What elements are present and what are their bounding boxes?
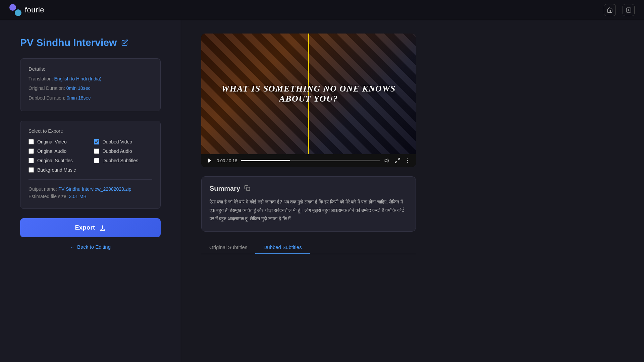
play-button[interactable] [207,158,213,164]
tab-dubbed-subtitles[interactable]: Dubbed Subtitles [255,241,310,254]
logo-circle-purple [9,4,16,11]
dubbed-duration-value: 0min 18sec [67,95,91,101]
export-button-label: Export [75,224,95,231]
dubbed-audio-label: Dubbed Audio [103,148,132,154]
original-duration-value: 0min 18sec [66,85,91,91]
background-music-option[interactable]: Background Music [29,167,87,173]
original-video-label: Original Video [37,139,67,144]
video-controls: 0:00 / 0:18 [201,154,416,167]
summary-header: Summary [210,185,408,192]
main-container: PV Sindhu Interview Details: Translation… [0,20,644,362]
checkboxes-grid: Original Video Dubbed Video Original Aud… [29,139,152,173]
dubbed-audio-checkbox[interactable] [94,148,99,154]
svg-line-5 [398,158,400,160]
volume-button[interactable] [384,158,390,164]
file-size-label: Estimated file size: [29,194,68,199]
translation-value: English to Hindi (India) [54,76,102,81]
back-label: Back to Editing [77,244,111,250]
export-button[interactable]: Export [20,218,161,237]
logo-circle-blue [15,9,21,16]
output-name-row: Output name: PV Sindhu Interview_2208202… [29,186,152,192]
navbar: fourie [0,0,644,20]
fullscreen-button[interactable] [394,158,400,164]
progress-fill [241,160,290,161]
time-display: 0:00 / 0:18 [217,158,237,163]
original-subtitles-label: Original Subtitles [37,158,73,163]
original-subtitles-option[interactable]: Original Subtitles [29,158,87,163]
video-overlay-text: WHAT IS SOMETHING NO ONE KNOWS ABOUT YOU… [201,84,416,104]
edit-title-button[interactable] [121,39,128,46]
project-title-row: PV Sindhu Interview [20,37,161,48]
original-audio-checkbox[interactable] [29,148,34,154]
divider [29,179,152,180]
background-music-label: Background Music [37,167,76,173]
file-size-value: 3.01 MB [69,194,87,199]
dubbed-duration-row: Dubbed Duration: 0min 18sec [29,94,152,102]
details-card: Details: Translation: English to Hindi (… [20,58,161,111]
svg-point-8 [407,160,408,161]
background-music-checkbox[interactable] [29,167,34,173]
video-player: WHAT IS SOMETHING NO ONE KNOWS ABOUT YOU… [201,34,416,167]
more-options-button[interactable] [405,158,411,164]
original-video-option[interactable]: Original Video [29,139,87,144]
dubbed-subtitles-checkbox[interactable] [94,158,99,163]
svg-point-9 [407,162,408,163]
original-video-checkbox[interactable] [29,139,34,144]
output-name-label: Output name: [29,186,57,192]
back-arrow: ← [70,244,75,250]
app-name: fourie [25,6,44,14]
progress-bar[interactable] [241,160,380,161]
project-title: PV Sindhu Interview [20,37,117,48]
summary-text: ऐसा क्या है जो मेरे बारे में कोई नहीं जा… [210,198,408,223]
dubbed-subtitles-option[interactable]: Dubbed Subtitles [94,158,153,163]
details-label: Details: [29,66,152,72]
output-name-value: PV Sindhu Interview_22082023.zip [58,186,131,192]
svg-line-6 [395,161,397,163]
home-button[interactable] [604,4,616,16]
dubbed-subtitles-label: Dubbed Subtitles [103,158,139,163]
add-button[interactable] [623,4,635,16]
svg-rect-10 [247,187,250,190]
dubbed-video-checkbox[interactable] [94,139,99,144]
copy-summary-button[interactable] [244,185,250,192]
svg-marker-4 [385,159,387,163]
translation-label: Translation: [29,76,53,81]
right-panel: WHAT IS SOMETHING NO ONE KNOWS ABOUT YOU… [181,20,644,362]
logo: fourie [9,4,44,16]
subtitle-tabs-area: Original Subtitles Dubbed Subtitles [201,241,416,259]
logo-icon [9,4,21,16]
tab-original-subtitles[interactable]: Original Subtitles [201,241,255,254]
subtitle-tabs: Original Subtitles Dubbed Subtitles [201,241,416,254]
dubbed-duration-label: Dubbed Duration: [29,95,65,101]
dubbed-video-option[interactable]: Dubbed Video [94,139,153,144]
left-panel: PV Sindhu Interview Details: Translation… [0,20,181,362]
file-size-row: Estimated file size: 3.01 MB [29,194,152,199]
original-audio-label: Original Audio [37,148,66,154]
select-export-label: Select to Export: [29,128,152,134]
summary-card: Summary ऐसा क्या है जो मेरे बारे में कोई… [201,176,416,232]
original-duration-label: Original Duration: [29,85,65,91]
original-duration-row: Original Duration: 0min 18sec [29,84,152,92]
translation-row: Translation: English to Hindi (India) [29,75,152,82]
dubbed-audio-option[interactable]: Dubbed Audio [94,148,153,154]
svg-point-7 [407,159,408,159]
original-subtitles-checkbox[interactable] [29,158,34,163]
video-thumbnail: WHAT IS SOMETHING NO ONE KNOWS ABOUT YOU… [201,34,416,154]
summary-title: Summary [210,185,240,192]
navbar-actions [604,4,635,16]
back-to-editing-link[interactable]: ← Back to Editing [20,244,161,250]
export-options-card: Select to Export: Original Video Dubbed … [20,121,161,209]
dubbed-video-label: Dubbed Video [103,139,132,144]
original-audio-option[interactable]: Original Audio [29,148,87,154]
svg-marker-3 [208,158,212,163]
